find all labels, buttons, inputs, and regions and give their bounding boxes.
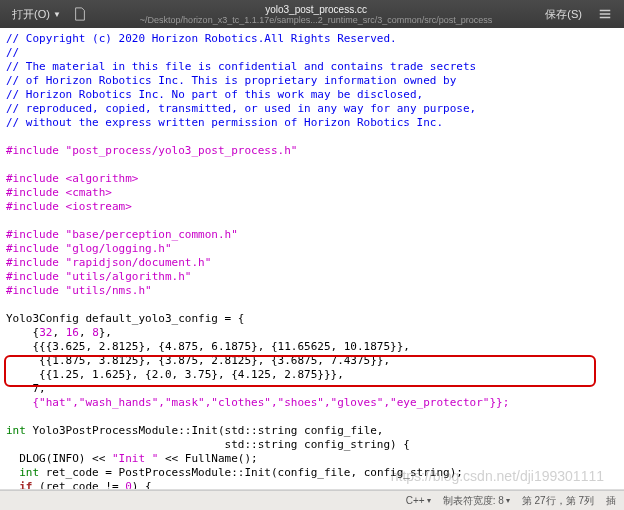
include: #include — [6, 242, 66, 255]
comment-line: // reproduced, copied, transmitted, or u… — [6, 102, 476, 115]
recent-button[interactable] — [67, 5, 93, 23]
language-selector[interactable]: C++▾ — [406, 495, 431, 506]
chevron-down-icon: ▼ — [53, 10, 61, 19]
titlebar: 打开(O) ▼ yolo3_post_process.cc ~/Desktop/… — [0, 0, 624, 28]
include: #include — [6, 228, 66, 241]
code-line: 7, — [6, 382, 46, 395]
include: #include — [6, 144, 66, 157]
open-label: 打开(O) — [12, 7, 50, 22]
chevron-down-icon: ▾ — [427, 496, 431, 505]
save-button[interactable]: 保存(S) — [539, 5, 588, 24]
code-line: {{1.25, 1.625}, {2.0, 3.75}, {4.125, 2.8… — [6, 368, 344, 381]
include: #include — [6, 200, 66, 213]
open-button[interactable]: 打开(O) ▼ — [6, 5, 67, 24]
insert-mode[interactable]: 插 — [606, 494, 616, 508]
window-title: yolo3_post_process.cc ~/Desktop/horizon_… — [93, 4, 540, 25]
comment-line: // — [6, 46, 19, 59]
include: #include — [6, 186, 66, 199]
code-line: {{{3.625, 2.8125}, {4.875, 6.1875}, {11.… — [6, 340, 410, 353]
cursor-position: 第 27行，第 7列 — [522, 494, 594, 508]
comment-line: // of Horizon Robotics Inc. This is prop… — [6, 74, 456, 87]
include: #include — [6, 256, 66, 269]
filepath: ~/Desktop/horizon_x3_tc_1.1.17e/samples.… — [93, 15, 540, 25]
chevron-down-icon: ▾ — [506, 496, 510, 505]
code-line: Yolo3Config default_yolo3_config = { — [6, 312, 244, 325]
statusbar: C++▾ 制表符宽度: 8▾ 第 27行，第 7列 插 — [0, 490, 624, 510]
comment-line: // The material in this file is confiden… — [6, 60, 476, 73]
save-label: 保存(S) — [545, 7, 582, 22]
menu-button[interactable] — [592, 5, 618, 23]
class-names-line: {"hat","wash_hands","mask","clothes","sh… — [6, 396, 509, 409]
code-editor[interactable]: // Copyright (c) 2020 Horizon Robotics.A… — [0, 28, 624, 490]
include: #include — [6, 270, 66, 283]
include: #include — [6, 172, 66, 185]
tab-width-selector[interactable]: 制表符宽度: 8▾ — [443, 494, 510, 508]
hamburger-icon — [598, 7, 612, 21]
comment-line: // Copyright (c) 2020 Horizon Robotics.A… — [6, 32, 397, 45]
include: #include — [6, 284, 66, 297]
code-line: {{1.875, 3.8125}, {3.875, 2.8125}, {3.68… — [6, 354, 390, 367]
filename: yolo3_post_process.cc — [93, 4, 540, 15]
document-icon — [73, 7, 87, 21]
comment-line: // without the express written permissio… — [6, 116, 443, 129]
comment-line: // Horizon Robotics Inc. No part of this… — [6, 88, 423, 101]
